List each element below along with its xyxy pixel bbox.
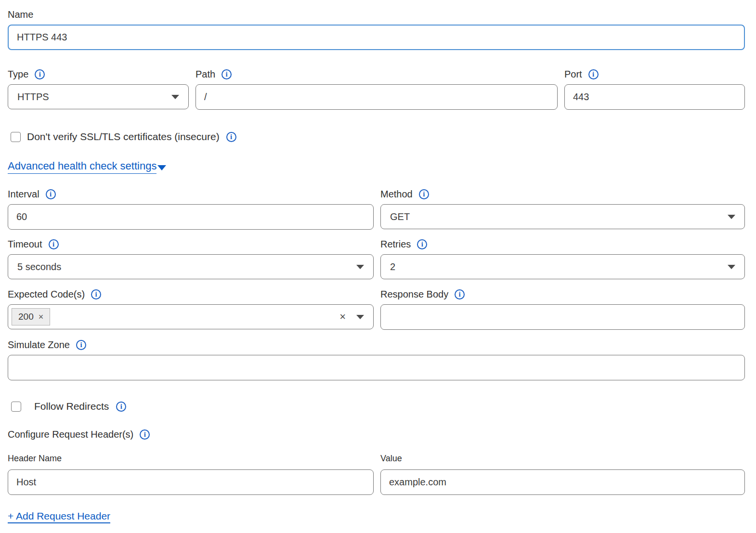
name-label-row: Name <box>8 9 745 20</box>
type-info-icon[interactable]: i <box>35 69 45 79</box>
expected-code-tag: 200 × <box>12 308 50 325</box>
timeout-retries-row: Timeout i 5 seconds Retries i 2 <box>8 238 745 279</box>
add-request-header-link[interactable]: + Add Request Header <box>8 510 110 523</box>
path-info-icon[interactable]: i <box>222 69 232 79</box>
tag-remove-icon[interactable]: × <box>39 312 44 322</box>
interval-method-row: Interval i Method i GET <box>8 188 745 230</box>
simulate-zone-label: Simulate Zone <box>8 339 70 351</box>
simulate-zone-section: Simulate Zone i <box>8 339 745 380</box>
follow-redirects-checkbox[interactable] <box>11 402 21 412</box>
method-select-value: GET <box>390 211 410 222</box>
expected-codes-label: Expected Code(s) <box>8 288 85 300</box>
interval-label: Interval <box>8 188 39 200</box>
type-path-port-row: Type i HTTPS Path i Port i <box>8 68 745 110</box>
retries-info-icon[interactable]: i <box>417 239 427 249</box>
request-headers-section-label: Configure Request Header(s) i <box>8 429 745 440</box>
header-name-label: Header Name <box>8 454 62 464</box>
chevron-down-icon <box>157 165 166 170</box>
configure-headers-info-icon[interactable]: i <box>140 429 150 440</box>
name-input[interactable] <box>8 25 745 50</box>
follow-redirects-label: Follow Redirects <box>34 401 109 412</box>
response-body-input[interactable] <box>380 304 745 330</box>
chevron-down-icon <box>728 215 735 219</box>
port-label: Port <box>564 68 582 80</box>
method-select[interactable]: GET <box>380 204 745 229</box>
ssl-verify-checkbox[interactable] <box>11 132 21 142</box>
ssl-verify-label: Don't verify SSL/TLS certificates (insec… <box>27 131 220 143</box>
clear-all-icon[interactable]: × <box>339 311 346 323</box>
simulate-zone-input[interactable] <box>8 355 745 380</box>
follow-redirects-row: Follow Redirects i <box>8 401 745 412</box>
codes-body-row: Expected Code(s) i 200 × × Response Body… <box>8 288 745 330</box>
header-value-input[interactable] <box>380 469 745 495</box>
expected-codes-info-icon[interactable]: i <box>91 289 101 299</box>
response-body-info-icon[interactable]: i <box>455 289 465 299</box>
interval-info-icon[interactable]: i <box>46 189 56 199</box>
retries-select-value: 2 <box>390 261 395 273</box>
chevron-down-icon <box>728 265 735 269</box>
method-label: Method <box>380 188 413 200</box>
name-label: Name <box>8 9 33 20</box>
configure-headers-label: Configure Request Header(s) <box>8 429 133 440</box>
retries-label: Retries <box>380 238 411 250</box>
header-name-value-row: Header Name Value <box>8 454 745 495</box>
type-label: Type <box>8 68 28 80</box>
timeout-label: Timeout <box>8 238 42 250</box>
type-select[interactable]: HTTPS <box>8 84 189 109</box>
simulate-zone-info-icon[interactable]: i <box>76 340 86 350</box>
expected-code-tag-value: 200 <box>18 312 34 322</box>
follow-redirects-info-icon[interactable]: i <box>116 402 126 412</box>
chevron-down-icon <box>171 95 179 99</box>
header-value-label: Value <box>380 454 402 464</box>
interval-input[interactable] <box>8 204 374 230</box>
retries-select[interactable]: 2 <box>380 254 745 279</box>
ssl-verify-info-icon[interactable]: i <box>226 132 236 142</box>
ssl-verify-row: Don't verify SSL/TLS certificates (insec… <box>8 131 745 143</box>
header-name-input[interactable] <box>8 469 374 495</box>
type-select-value: HTTPS <box>17 91 49 103</box>
path-input[interactable] <box>196 84 558 110</box>
timeout-select-value: 5 seconds <box>17 261 61 273</box>
timeout-select[interactable]: 5 seconds <box>8 254 374 279</box>
expected-codes-multiselect[interactable]: 200 × × <box>8 304 374 329</box>
timeout-info-icon[interactable]: i <box>49 239 59 249</box>
path-label: Path <box>196 68 215 80</box>
response-body-label: Response Body <box>380 288 448 300</box>
method-info-icon[interactable]: i <box>419 189 429 199</box>
add-header-row: + Add Request Header <box>8 510 745 522</box>
port-info-icon[interactable]: i <box>588 69 599 79</box>
advanced-settings-link[interactable]: Advanced health check settings <box>8 160 156 174</box>
health-check-form: Name Type i HTTPS Path i Port i <box>8 9 745 533</box>
advanced-settings-row: Advanced health check settings <box>8 160 745 174</box>
port-input[interactable] <box>564 84 745 110</box>
chevron-down-icon <box>356 265 364 269</box>
chevron-down-icon <box>356 315 364 319</box>
